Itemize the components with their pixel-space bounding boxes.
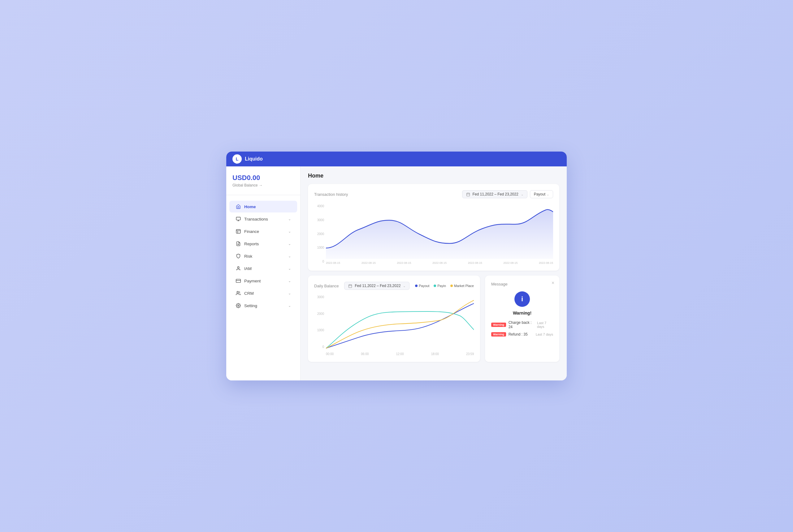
daily-balance-header: Daily Balance Fed 11,2022 – Fed 23,2022 … <box>314 282 474 290</box>
svg-point-10 <box>238 305 239 306</box>
legend-dot-marketplace <box>450 285 453 287</box>
calendar-icon <box>466 192 470 196</box>
bottom-cards: Daily Balance Fed 11,2022 – Fed 23,2022 … <box>308 276 559 362</box>
setting-icon <box>236 303 241 308</box>
svg-rect-15 <box>349 285 352 288</box>
navigation: Home Transactions ⌄ <box>226 195 300 317</box>
warning-icon: i <box>514 291 530 307</box>
chevron-finance-icon: ⌄ <box>288 229 291 233</box>
transactions-icon <box>236 216 241 222</box>
daily-chart-svg-area: 00:00 06:00 12:00 18:00 23:59 <box>326 294 474 356</box>
chart-y-axis: 4000 3000 2000 1000 0 <box>314 203 324 264</box>
app-name: Liquido <box>245 156 263 162</box>
chart-legend: Payout Payin Market Place <box>415 284 474 288</box>
legend-dot-payin <box>434 285 436 287</box>
sidebar-item-transactions[interactable]: Transactions ⌄ <box>229 213 297 225</box>
payout-filter-button[interactable]: Payout ⌄ <box>530 190 553 198</box>
svg-point-6 <box>237 267 239 268</box>
app-window: L Liquido USD0.00 Global Balance → <box>226 152 567 380</box>
daily-chart-x-axis: 00:00 06:00 12:00 18:00 23:59 <box>326 352 474 356</box>
svg-rect-7 <box>236 279 241 283</box>
sidebar-item-reports[interactable]: Reports ⌄ <box>229 238 297 250</box>
sidebar-item-crm[interactable]: CRM ⌄ <box>229 287 297 299</box>
sidebar-label-reports: Reports <box>244 242 259 246</box>
main-layout: USD0.00 Global Balance → <box>226 166 567 380</box>
home-icon <box>236 204 241 209</box>
daily-balance-card: Daily Balance Fed 11,2022 – Fed 23,2022 … <box>308 276 480 362</box>
chart-x-axis: 2022-08-15 2022-08-15 2022-08-15 2022-08… <box>326 261 553 264</box>
sidebar-label-iam: IAM <box>244 266 252 271</box>
message-card: Message × i Warning! Warning Charge back… <box>485 276 559 362</box>
sidebar-item-home[interactable]: Home <box>229 201 297 212</box>
chargeback-text: Charge back : 24 <box>509 320 535 329</box>
finance-icon <box>236 229 241 234</box>
app-logo: L <box>233 154 242 164</box>
chevron-transactions-icon: ⌄ <box>288 217 291 221</box>
sidebar-label-crm: CRM <box>244 291 254 296</box>
refund-text: Refund : 35 <box>509 332 528 337</box>
page-title: Home <box>308 173 559 179</box>
chevron-payment-icon: ⌄ <box>288 279 291 283</box>
chevron-iam-icon: ⌄ <box>288 267 291 271</box>
chevron-setting-icon: ⌄ <box>288 304 291 308</box>
balance-label: Global Balance → <box>233 183 294 187</box>
warning-title: Warning! <box>491 310 553 316</box>
refund-period: Last 7 days <box>536 332 553 336</box>
chevron-reports-icon: ⌄ <box>288 242 291 246</box>
chevron-daily-date-icon: ⌄ <box>403 284 405 288</box>
svg-rect-3 <box>236 229 240 233</box>
reports-icon <box>236 241 241 247</box>
transaction-history-card: Transaction history Fed 11,2022 – Fed 23… <box>308 184 559 271</box>
sidebar-label-payment: Payment <box>244 279 261 283</box>
chevron-crm-icon: ⌄ <box>288 291 291 296</box>
legend-payin: Payin <box>434 284 446 288</box>
chevron-payout-icon: ⌄ <box>547 193 549 196</box>
daily-balance-chart: 3000 2000 1000 0 <box>314 294 474 356</box>
balance-arrow-icon[interactable]: → <box>259 183 262 187</box>
legend-dot-payout <box>415 285 418 287</box>
sidebar-item-iam[interactable]: IAM ⌄ <box>229 263 297 274</box>
sidebar-item-risk[interactable]: Risk ⌄ <box>229 250 297 262</box>
chart-svg-area <box>326 203 553 260</box>
warning-row-chargeback: Warning Charge back : 24 Last 7 days <box>491 320 553 329</box>
sidebar-label-setting: Setting <box>244 303 257 308</box>
warning-row-refund: Warning Refund : 35 Last 7 days <box>491 332 553 337</box>
sidebar-label-finance: Finance <box>244 229 259 234</box>
titlebar: L Liquido <box>226 152 567 166</box>
crm-icon <box>236 290 241 296</box>
chevron-risk-icon: ⌄ <box>288 254 291 258</box>
balance-amount: USD0.00 <box>233 174 294 182</box>
date-range-picker[interactable]: Fed 11,2022 – Fed 23,2022 ⌄ <box>462 190 528 198</box>
sidebar-label-home: Home <box>244 205 256 209</box>
sidebar-label-risk: Risk <box>244 254 252 259</box>
legend-payout: Payout <box>415 284 429 288</box>
daily-balance-title: Daily Balance <box>314 284 339 288</box>
svg-rect-0 <box>236 217 240 220</box>
chargeback-period: Last 7 days <box>537 321 553 328</box>
transaction-history-header: Transaction history Fed 11,2022 – Fed 23… <box>314 190 553 198</box>
svg-point-9 <box>237 291 238 293</box>
transaction-chart: 4000 3000 2000 1000 0 <box>314 203 553 264</box>
transaction-history-title: Transaction history <box>314 192 348 197</box>
risk-icon <box>236 253 241 259</box>
legend-marketplace: Market Place <box>450 284 474 288</box>
sidebar: USD0.00 Global Balance → <box>226 166 300 380</box>
iam-icon <box>236 266 241 271</box>
payment-icon <box>236 278 241 284</box>
calendar-icon-2 <box>348 284 352 288</box>
header-filters: Fed 11,2022 – Fed 23,2022 ⌄ Payout ⌄ <box>462 190 553 198</box>
message-close-button[interactable]: × <box>552 281 554 285</box>
balance-section: USD0.00 Global Balance → <box>226 174 300 195</box>
warning-badge-1: Warning <box>491 323 506 327</box>
message-title: Message <box>491 282 508 286</box>
main-content: Home Transaction history Fed 11,2022 – F… <box>300 166 567 380</box>
sidebar-item-payment[interactable]: Payment ⌄ <box>229 275 297 287</box>
sidebar-label-transactions: Transactions <box>244 217 268 222</box>
daily-date-range-picker[interactable]: Fed 11,2022 – Fed 23,2022 ⌄ <box>344 282 409 290</box>
sidebar-item-finance[interactable]: Finance ⌄ <box>229 226 297 237</box>
sidebar-item-setting[interactable]: Setting ⌄ <box>229 300 297 311</box>
svg-rect-11 <box>466 193 469 196</box>
daily-chart-y-axis: 3000 2000 1000 0 <box>314 294 324 350</box>
warning-badge-2: Warning <box>491 332 506 337</box>
chevron-date-icon: ⌄ <box>521 193 523 196</box>
